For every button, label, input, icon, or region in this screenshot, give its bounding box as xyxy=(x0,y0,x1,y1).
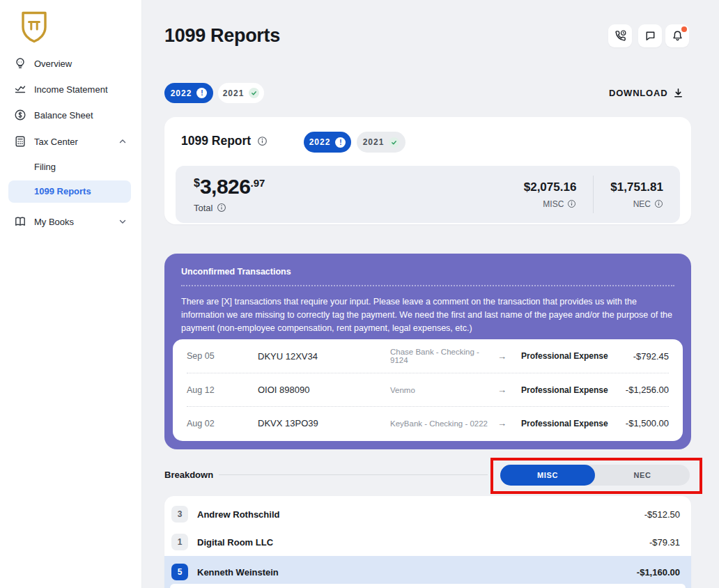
chevron-up-icon[interactable] xyxy=(118,137,127,146)
payee-amount: -$79.31 xyxy=(649,537,680,548)
lightbulb-icon xyxy=(14,57,26,70)
total-label-text: Total xyxy=(194,203,212,213)
toggle-nec[interactable]: NEC xyxy=(595,465,690,486)
year-tab-2022[interactable]: 2022 ! xyxy=(164,83,213,103)
year-tab-label: 2021 xyxy=(223,88,245,98)
payee-name: Andrew Rothschild xyxy=(197,509,279,520)
sidebar-item-label: 1099 Reports xyxy=(34,186,91,196)
transaction-source: Venmo xyxy=(390,386,497,394)
arrow-right-icon: → xyxy=(497,418,521,428)
download-button[interactable]: DOWNLOAD xyxy=(609,88,683,98)
unconfirmed-transactions-table: Sep 05 DKYU 12XV34 Chase Bank - Checking… xyxy=(173,339,683,441)
totals-bar: $ 3,826 .97 Total $2,075.16 xyxy=(176,166,680,223)
breakdown-list: 3 Andrew Rothschild -$512.50 1 Digital R… xyxy=(164,496,691,588)
download-icon xyxy=(673,88,683,98)
info-icon[interactable] xyxy=(217,203,226,212)
book-icon xyxy=(14,215,26,228)
info-icon[interactable] xyxy=(567,199,576,208)
transaction-source: KeyBank - Checking - 0222 xyxy=(390,419,497,428)
sidebar-item-1099-reports[interactable]: 1099 Reports xyxy=(8,180,131,203)
divider-line xyxy=(219,474,488,475)
year-tab-2021[interactable]: 2021 xyxy=(218,83,264,103)
info-icon[interactable] xyxy=(257,136,268,146)
sidebar-item-balance-sheet[interactable]: Balance Sheet xyxy=(14,106,132,124)
toggle-misc[interactable]: MISC xyxy=(500,465,595,486)
transaction-source: Chase Bank - Checking - 9124 xyxy=(390,348,497,364)
sidebar-item-income-statement[interactable]: Income Statement xyxy=(14,80,132,98)
chat-bubble-icon xyxy=(644,29,657,42)
alert-badge-icon: ! xyxy=(196,88,207,98)
report-summary-card: 1099 Report 2022 ! 2021 $ 3,826 .97 xyxy=(164,117,691,224)
report-tab-2022[interactable]: 2022 ! xyxy=(304,132,351,153)
payee-name: Kenneth Weinstein xyxy=(197,567,279,578)
calculator-icon xyxy=(14,135,26,148)
nec-value: $1,751.81 xyxy=(610,180,663,194)
total-main: 3,826 xyxy=(200,176,251,197)
payee-amount: -$1,160.00 xyxy=(637,567,680,578)
brand-logo-pi-shield-icon[interactable] xyxy=(21,11,47,43)
misc-label: MISC xyxy=(524,199,577,209)
sidebar-item-label: Overview xyxy=(34,59,72,69)
report-card-title-text: 1099 Report xyxy=(181,134,251,148)
sidebar-item-my-books[interactable]: My Books xyxy=(14,212,132,231)
payee-name: Digital Room LLC xyxy=(197,537,273,548)
total-amount: $ 3,826 .97 xyxy=(194,176,265,197)
transaction-row[interactable]: Aug 12 OIOI 898090 Venmo → Professional … xyxy=(187,373,669,406)
total-label: Total xyxy=(194,203,265,213)
transaction-ref: DKVX 13PO39 xyxy=(258,418,390,428)
report-tab-label: 2022 xyxy=(309,137,331,147)
transaction-row[interactable]: Aug 02 DKVX 13PO39 KeyBank - Checking - … xyxy=(187,406,669,440)
transaction-date: Sep 05 xyxy=(187,351,258,361)
breakdown-row[interactable]: 1 Digital Room LLC -$79.31 xyxy=(164,528,691,556)
total-block: $ 3,826 .97 Total xyxy=(194,176,265,213)
transaction-ref: DKYU 12XV34 xyxy=(258,351,390,362)
sidebar-item-filing[interactable]: Filing xyxy=(34,162,56,172)
unconfirmed-title: Unconfirmed Transactions xyxy=(181,267,291,277)
nec-total-block: $1,751.81 NEC xyxy=(610,180,680,209)
report-tab-2021[interactable]: 2021 xyxy=(357,132,405,153)
unconfirmed-description: There are [X] transactions that require … xyxy=(181,295,674,334)
count-badge: 5 xyxy=(171,564,188,580)
nec-label-text: NEC xyxy=(633,199,651,209)
sidebar-item-tax-center[interactable]: Tax Center xyxy=(14,132,132,150)
payee-amount: -$512.50 xyxy=(644,509,680,520)
divider xyxy=(593,176,594,213)
transaction-amount: -$1,500.00 xyxy=(610,418,669,428)
partial-next-card xyxy=(170,584,686,588)
unconfirmed-transactions-card: Unconfirmed Transactions There are [X] t… xyxy=(164,254,691,449)
count-badge: 3 xyxy=(171,506,188,523)
sidebar-item-label: Tax Center xyxy=(34,137,78,147)
misc-nec-toggle: MISC NEC xyxy=(500,465,690,486)
misc-value: $2,075.16 xyxy=(524,180,577,194)
sidebar-item-label: Filing xyxy=(34,162,56,172)
arrow-right-icon: → xyxy=(497,385,521,395)
breakdown-row[interactable]: 3 Andrew Rothschild -$512.50 xyxy=(164,500,691,528)
breakdown-label: Breakdown xyxy=(164,470,213,480)
sidebar-item-label: My Books xyxy=(34,217,74,227)
transaction-amount: -$792.45 xyxy=(610,351,669,362)
transaction-amount: -$1,256.00 xyxy=(610,385,669,395)
app-screen: Overview Income Statement Balance Sheet xyxy=(0,0,719,588)
notifications-button[interactable] xyxy=(665,24,689,47)
total-cents: .97 xyxy=(250,178,265,188)
check-badge-icon xyxy=(249,88,259,98)
schedule-call-button[interactable] xyxy=(608,24,632,47)
sidebar: Overview Income Statement Balance Sheet xyxy=(0,0,142,588)
page-title: 1099 Reports xyxy=(164,25,280,47)
sidebar-item-label: Income Statement xyxy=(34,84,108,95)
sidebar-item-overview[interactable]: Overview xyxy=(14,54,132,72)
count-badge: 1 xyxy=(171,534,188,550)
transaction-row[interactable]: Sep 05 DKYU 12XV34 Chase Bank - Checking… xyxy=(187,339,669,373)
misc-label-text: MISC xyxy=(543,199,564,209)
misc-total-block: $2,075.16 MISC xyxy=(524,180,594,209)
alert-badge-icon: ! xyxy=(335,137,346,148)
notification-dot xyxy=(681,26,687,32)
transaction-date: Aug 12 xyxy=(187,385,258,395)
chevron-down-icon[interactable] xyxy=(118,217,127,226)
transaction-category: Professional Expense xyxy=(521,385,610,395)
dotted-divider xyxy=(181,285,674,286)
chat-button[interactable] xyxy=(638,24,662,47)
info-icon[interactable] xyxy=(654,199,663,208)
nec-label: NEC xyxy=(610,199,663,209)
transaction-date: Aug 02 xyxy=(187,419,258,428)
